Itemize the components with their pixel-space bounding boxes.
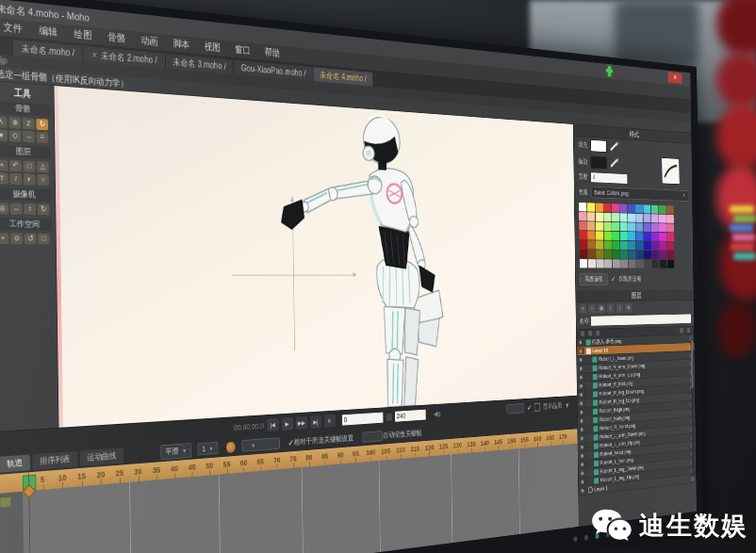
palette-color-cell[interactable] xyxy=(604,259,612,268)
palette-color-cell[interactable] xyxy=(636,260,644,268)
current-frame-input[interactable]: 0 xyxy=(341,413,383,426)
palette-color-cell[interactable] xyxy=(644,232,651,240)
step-back-button[interactable]: |◀ xyxy=(267,418,279,431)
palette-color-cell[interactable] xyxy=(612,241,619,250)
palette-color-cell[interactable] xyxy=(651,233,659,241)
tilt-camera-tool-icon[interactable]: ↕ xyxy=(24,203,36,215)
zoom-workspace-tool-icon[interactable]: ⊙ xyxy=(10,233,23,244)
palette-color-cell[interactable] xyxy=(612,222,619,231)
palette-color-cell[interactable] xyxy=(603,203,611,212)
palette-color-cell[interactable] xyxy=(660,251,667,259)
selected-only-checkbox[interactable]: ✓ xyxy=(611,275,616,283)
palette-color-cell[interactable] xyxy=(579,231,586,239)
orbit-workspace-tool-icon[interactable]: □ xyxy=(38,234,50,245)
stroke-color-swatch[interactable] xyxy=(591,156,607,170)
palette-color-cell[interactable] xyxy=(659,233,666,241)
speaker-icon[interactable]: ◀)) xyxy=(434,410,440,417)
palette-color-cell[interactable] xyxy=(596,231,603,239)
palette-color-cell[interactable] xyxy=(666,223,674,232)
palette-color-cell[interactable] xyxy=(628,214,635,222)
palette-color-cell[interactable] xyxy=(666,215,674,223)
layer-visibility-toggle[interactable] xyxy=(577,374,584,381)
palette-color-cell[interactable] xyxy=(628,204,635,213)
menu-item[interactable]: 文件 xyxy=(0,20,30,37)
menu-item[interactable]: 绘图 xyxy=(67,26,100,43)
palette-color-cell[interactable] xyxy=(644,251,651,259)
palette-color-cell[interactable] xyxy=(620,259,628,268)
palette-color-cell[interactable] xyxy=(644,214,651,222)
layer-visibility-toggle[interactable] xyxy=(577,356,584,363)
palette-color-cell[interactable] xyxy=(628,251,635,259)
palette-color-cell[interactable] xyxy=(635,214,643,222)
palette-color-cell[interactable] xyxy=(612,213,619,221)
palette-color-cell[interactable] xyxy=(596,240,603,249)
menu-item[interactable]: 编辑 xyxy=(31,23,65,40)
pan-camera-tool-icon[interactable]: ↔ xyxy=(10,203,23,215)
palette-color-cell[interactable] xyxy=(651,241,659,250)
palette-color-cell[interactable] xyxy=(629,259,636,268)
close-window-button[interactable]: ✕ xyxy=(668,72,682,84)
palette-color-cell[interactable] xyxy=(644,223,651,232)
palette-color-cell[interactable] xyxy=(659,241,666,250)
channel-dropdown[interactable]: ▼ xyxy=(241,437,279,452)
stroke-edit-pencil-icon[interactable] xyxy=(611,159,617,167)
palette-color-cell[interactable] xyxy=(603,213,611,221)
manipulate-bones-tool-icon[interactable]: ↻ xyxy=(36,119,48,130)
end-frame-input[interactable]: 240 xyxy=(395,410,426,422)
layer-visibility-toggle[interactable] xyxy=(579,469,586,477)
layer-visibility-toggle[interactable] xyxy=(579,487,586,495)
reparent-bone-tool-icon[interactable]: ◇ xyxy=(9,130,22,142)
layer-visibility-toggle[interactable] xyxy=(578,444,585,451)
palette-color-cell[interactable] xyxy=(604,232,612,240)
palette-color-cell[interactable] xyxy=(587,221,595,230)
palette-color-cell[interactable] xyxy=(588,250,596,258)
palette-color-cell[interactable] xyxy=(620,251,628,259)
advanced-options-button[interactable]: 高级选项 xyxy=(580,273,608,285)
palette-color-cell[interactable] xyxy=(636,241,644,250)
menu-item[interactable]: 视图 xyxy=(198,40,227,56)
palette-color-cell[interactable] xyxy=(651,251,659,259)
palette-color-cell[interactable] xyxy=(620,241,628,250)
scale-layer-tool-icon[interactable]: □ xyxy=(24,160,36,171)
palette-color-cell[interactable] xyxy=(628,241,635,250)
palette-color-cell[interactable] xyxy=(644,241,651,250)
palette-color-cell[interactable] xyxy=(659,223,666,232)
palette-color-cell[interactable] xyxy=(613,250,620,258)
layer-up-icon[interactable]: ↑ xyxy=(607,303,615,313)
stroke-width-input[interactable]: 4 xyxy=(591,172,628,184)
layer-visibility-toggle[interactable] xyxy=(579,479,586,486)
loop-button[interactable]: ↻ xyxy=(324,415,336,428)
palette-color-cell[interactable] xyxy=(635,223,643,232)
palette-color-cell[interactable] xyxy=(604,240,612,249)
palette-color-cell[interactable] xyxy=(587,231,595,239)
menu-item[interactable]: 脚本 xyxy=(166,36,196,52)
layer-visibility-toggle[interactable] xyxy=(577,366,584,372)
layer-visibility-toggle[interactable] xyxy=(577,382,584,389)
palette-color-cell[interactable] xyxy=(667,260,675,268)
palette-color-cell[interactable] xyxy=(628,232,635,240)
layer-visibility-toggle[interactable] xyxy=(577,348,584,354)
timeline-tab[interactable]: 运动曲线 xyxy=(80,447,123,466)
palette-color-cell[interactable] xyxy=(643,204,650,213)
fill-color-swatch[interactable] xyxy=(590,139,606,153)
render-style-button[interactable] xyxy=(506,403,524,415)
palette-color-cell[interactable] xyxy=(587,240,595,249)
layer-visibility-toggle[interactable] xyxy=(578,426,585,433)
palette-color-cell[interactable] xyxy=(587,203,595,211)
palette-color-cell[interactable] xyxy=(619,213,627,221)
palette-color-cell[interactable] xyxy=(651,214,659,222)
palette-color-cell[interactable] xyxy=(667,242,675,251)
palette-color-cell[interactable] xyxy=(579,203,586,212)
keyframe-color-button[interactable] xyxy=(225,440,237,453)
palette-color-cell[interactable] xyxy=(604,250,612,258)
palette-color-cell[interactable] xyxy=(580,240,587,249)
layer-visibility-toggle[interactable] xyxy=(578,409,585,416)
palette-color-cell[interactable] xyxy=(619,203,627,212)
palette-color-cell[interactable] xyxy=(604,222,612,231)
palette-color-cell[interactable] xyxy=(667,251,675,259)
play-button[interactable]: ▶ xyxy=(281,417,293,431)
menu-item[interactable]: 窗口 xyxy=(228,42,256,57)
timeline-tab[interactable]: 排序列表 xyxy=(32,450,77,469)
palette-color-cell[interactable] xyxy=(666,205,674,214)
palette-color-cell[interactable] xyxy=(660,260,667,268)
